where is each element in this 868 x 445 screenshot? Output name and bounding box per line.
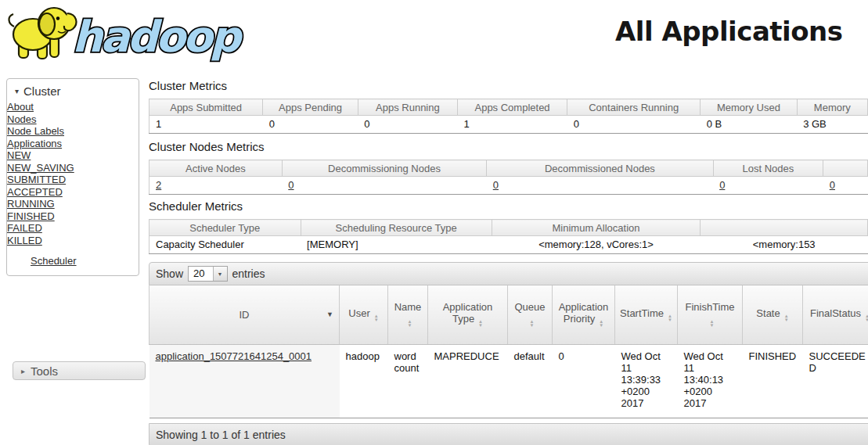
- sort-icon: ▲▼: [710, 320, 715, 328]
- sidebar-item-killed[interactable]: KILLED: [7, 235, 42, 246]
- column-header-starttime[interactable]: StartTime▲▼: [615, 285, 678, 344]
- column-header-active-nodes[interactable]: Active Nodes: [149, 160, 283, 177]
- column-header-memory-total[interactable]: Memory: [797, 99, 867, 116]
- tools-nav-header[interactable]: ▸ Tools: [13, 361, 146, 380]
- column-header-apps-pending[interactable]: Apps Pending: [263, 99, 358, 116]
- hadoop-elephant-icon: [9, 8, 76, 59]
- scheduler-metrics-title: Scheduler Metrics: [149, 199, 868, 213]
- cluster-nodes-metrics-title: Cluster Nodes Metrics: [149, 140, 868, 153]
- sidebar-item-submitted[interactable]: SUBMITTED: [7, 174, 66, 185]
- sort-descending-icon: ▼: [326, 310, 333, 318]
- lost-nodes-link[interactable]: 0: [719, 179, 725, 191]
- column-header-maximum-allocation[interactable]: [701, 220, 868, 236]
- main-content: Cluster Metrics Apps Submitted Apps Pend…: [149, 75, 868, 445]
- chevron-right-icon: ▸: [21, 367, 25, 375]
- nav-item: NEW: [7, 149, 139, 162]
- column-header-minimum-allocation[interactable]: Minimum Allocation: [492, 220, 701, 236]
- sidebar-item-new[interactable]: NEW: [7, 149, 31, 161]
- column-header-apps-running[interactable]: Apps Running: [358, 99, 457, 116]
- application-starttime: Wed Oct 11 13:39:33 +0200 2017: [615, 344, 678, 418]
- sidebar-item-node-labels[interactable]: Node Labels: [7, 125, 64, 137]
- nav-item: Applications: [7, 138, 139, 150]
- apps-pending-value: 0: [263, 116, 358, 134]
- column-header-decommissioning-nodes[interactable]: Decommissioning Nodes: [282, 160, 486, 177]
- memory-total-value: 3 GB: [797, 116, 867, 134]
- cluster-nav-label: Cluster: [23, 84, 61, 98]
- sort-icon: ▲▼: [408, 320, 412, 328]
- column-header-user-label: User: [348, 307, 369, 319]
- minimum-allocation-value: <memory:128, vCores:1>: [492, 236, 701, 254]
- table-row: 2 0 0 0 0: [149, 177, 868, 195]
- decommissioning-nodes-link[interactable]: 0: [288, 179, 294, 191]
- nav-item: SUBMITTED: [7, 174, 139, 186]
- table-row: Capacity Scheduler [MEMORY] <memory:128,…: [149, 236, 868, 254]
- column-header-containers-running[interactable]: Containers Running: [567, 99, 701, 116]
- column-header-id[interactable]: ID ▼: [149, 285, 340, 344]
- column-header-name[interactable]: Name▲▼: [388, 285, 428, 344]
- applications-datatable: Show 20 ▼ entries ID ▼ User▲▼ Name▲▼ App…: [149, 262, 868, 445]
- sidebar-item-applications[interactable]: Applications: [7, 138, 62, 149]
- sidebar-item-running[interactable]: RUNNING: [7, 198, 55, 210]
- column-header-user[interactable]: User▲▼: [340, 285, 388, 344]
- column-header-truncated[interactable]: [823, 160, 868, 177]
- column-header-queue[interactable]: Queue▲▼: [508, 285, 553, 344]
- application-state: FINISHED: [743, 344, 803, 418]
- application-type: MAPREDUCE: [428, 344, 508, 418]
- application-priority: 0: [553, 344, 615, 418]
- sidebar-item-nodes[interactable]: Nodes: [7, 113, 37, 125]
- apps-submitted-value: 1: [149, 116, 263, 134]
- sidebar-item-finished[interactable]: FINISHED: [7, 210, 55, 222]
- decommissioned-nodes-link[interactable]: 0: [493, 179, 499, 191]
- nav-item: Nodes: [7, 113, 139, 126]
- application-row: application_1507721641254_0001 hadoop wo…: [149, 344, 868, 418]
- column-header-id-label: ID: [240, 309, 250, 321]
- application-queue: default: [508, 344, 553, 418]
- applications-table: ID ▼ User▲▼ Name▲▼ Application Type▲▼ Qu…: [149, 285, 868, 418]
- column-header-lost-nodes[interactable]: Lost Nodes: [713, 160, 823, 177]
- active-nodes-link[interactable]: 2: [156, 179, 161, 191]
- column-header-state[interactable]: State▲▼: [743, 285, 803, 344]
- sidebar-item-failed[interactable]: FAILED: [7, 222, 42, 234]
- sidebar-item-scheduler[interactable]: Scheduler: [31, 255, 77, 267]
- cluster-nav-header[interactable]: ▾ Cluster: [7, 82, 139, 101]
- sidebar: ▾ Cluster About Nodes Node Labels Applic…: [6, 78, 139, 276]
- column-header-finishtime[interactable]: FinishTime▲▼: [678, 285, 743, 344]
- nav-item: NEW_SAVING: [7, 162, 139, 174]
- memory-used-value: 0 B: [701, 116, 797, 134]
- column-header-state-label: State: [756, 307, 780, 319]
- chevron-down-icon: ▼: [213, 267, 227, 281]
- column-header-scheduling-resource-type[interactable]: Scheduling Resource Type: [301, 220, 492, 236]
- nav-item: RUNNING: [7, 198, 139, 210]
- chevron-down-icon: ▾: [15, 87, 19, 95]
- column-header-starttime-label: StartTime: [620, 307, 664, 319]
- column-header-scheduler-type[interactable]: Scheduler Type: [149, 220, 301, 236]
- sidebar-item-new-saving[interactable]: NEW_SAVING: [7, 162, 74, 174]
- sort-icon: ▲▼: [374, 314, 379, 322]
- application-user: hadoop: [340, 344, 388, 418]
- column-header-memory-used[interactable]: Memory Used: [701, 99, 797, 116]
- column-header-application-type-label: Application Type: [443, 301, 493, 325]
- column-header-finalstatus-label: FinalStatus: [810, 307, 861, 319]
- column-header-name-label: Name: [394, 301, 422, 313]
- unhealthy-nodes-link[interactable]: 0: [830, 179, 835, 191]
- scheduler-type-value: Capacity Scheduler: [149, 236, 301, 254]
- sidebar-item-about[interactable]: About: [7, 101, 34, 113]
- column-header-apps-submitted[interactable]: Apps Submitted: [149, 99, 263, 116]
- page-size-select[interactable]: 20 ▼: [188, 266, 227, 282]
- application-id-link[interactable]: application_1507721641254_0001: [156, 350, 312, 362]
- show-label: Show: [156, 267, 183, 280]
- column-header-finalstatus[interactable]: FinalStatus▲▼: [803, 285, 868, 344]
- column-header-queue-label: Queue: [514, 301, 545, 313]
- column-header-apps-completed[interactable]: Apps Completed: [457, 99, 567, 116]
- nav-item: Node Labels: [7, 125, 139, 138]
- column-header-application-priority[interactable]: Application Priority▲▼: [553, 285, 615, 344]
- apps-completed-value: 1: [457, 116, 567, 134]
- application-name: word count: [388, 344, 428, 418]
- page-title: All Applications: [615, 16, 843, 47]
- sort-icon: ▲▼: [599, 320, 603, 328]
- entries-label: entries: [232, 267, 265, 280]
- column-header-application-type[interactable]: Application Type▲▼: [428, 285, 508, 344]
- sidebar-item-accepted[interactable]: ACCEPTED: [7, 186, 63, 198]
- column-header-decommissioned-nodes[interactable]: Decommissioned Nodes: [487, 160, 713, 177]
- page-size-value: 20: [189, 267, 212, 281]
